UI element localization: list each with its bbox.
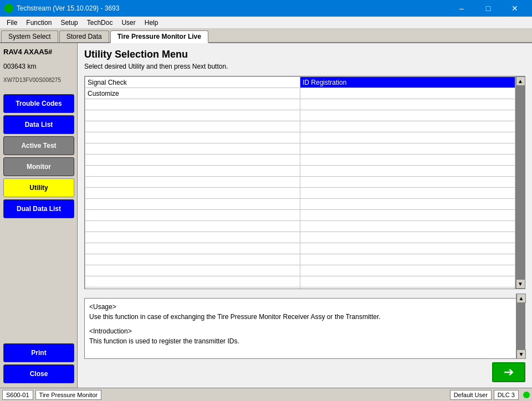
menu-user[interactable]: User bbox=[117, 18, 140, 28]
content-panel: Utility Selection Menu Select desired Ut… bbox=[78, 43, 532, 388]
active-test-button[interactable]: Active Test bbox=[3, 136, 74, 155]
menu-function[interactable]: Function bbox=[22, 18, 56, 28]
table-cell-right bbox=[300, 199, 515, 210]
table-cell-right bbox=[300, 143, 515, 155]
table-row[interactable] bbox=[85, 210, 515, 221]
table-row[interactable] bbox=[85, 110, 515, 121]
table-row[interactable] bbox=[85, 143, 515, 155]
table-cell-left bbox=[85, 276, 300, 287]
utility-subtitle: Select desired Utility and then press Ne… bbox=[84, 63, 525, 70]
table-row[interactable] bbox=[85, 121, 515, 132]
menu-file[interactable]: File bbox=[2, 18, 22, 28]
table-cell-left: Customize bbox=[85, 88, 300, 99]
table-cell-right bbox=[300, 177, 515, 188]
tab-system-select[interactable]: System Select bbox=[1, 30, 58, 42]
info-scrollbar[interactable]: ▲ ▼ bbox=[516, 294, 525, 359]
table-cell-left bbox=[85, 199, 300, 210]
table-row[interactable] bbox=[85, 199, 515, 210]
vehicle-vin: XW7D13FV00S008275 bbox=[3, 77, 74, 83]
table-cell-right bbox=[300, 287, 515, 289]
table-cell-right bbox=[300, 155, 515, 166]
info-usage-label: <Usage> bbox=[89, 302, 513, 312]
table-row[interactable] bbox=[85, 276, 515, 287]
dual-data-list-button[interactable]: Dual Data List bbox=[3, 199, 74, 218]
minimize-button[interactable]: – bbox=[449, 0, 474, 17]
table-cell-left bbox=[85, 132, 300, 143]
table-cell-left bbox=[85, 110, 300, 121]
info-intro-label: <Introduction> bbox=[89, 326, 513, 336]
table-row[interactable] bbox=[85, 265, 515, 276]
table-row[interactable] bbox=[85, 232, 515, 243]
table-row[interactable] bbox=[85, 243, 515, 254]
table-cell-left bbox=[85, 265, 300, 276]
utility-table-inner: Signal CheckID RegistrationCustomize bbox=[85, 76, 515, 289]
table-cell-left bbox=[85, 221, 300, 232]
info-intro-text: This function is used to register the tr… bbox=[89, 336, 513, 346]
menu-bar: File Function Setup TechDoc User Help bbox=[0, 17, 532, 29]
tab-tire-pressure-monitor-live[interactable]: Tire Pressure Monitor Live bbox=[110, 30, 208, 43]
table-cell-right bbox=[300, 166, 515, 177]
next-arrow-icon: ➔ bbox=[504, 365, 514, 379]
scroll-down-arrow[interactable]: ▼ bbox=[516, 279, 525, 289]
table-row[interactable] bbox=[85, 177, 515, 188]
table-cell-right bbox=[300, 88, 515, 99]
info-usage-text: Use this function in case of exchanging … bbox=[89, 312, 513, 322]
close-window-button[interactable]: ✕ bbox=[502, 0, 528, 17]
app-icon bbox=[4, 4, 13, 13]
utility-table: Signal CheckID RegistrationCustomize bbox=[85, 76, 515, 289]
table-cell-left bbox=[85, 287, 300, 289]
status-bar: S600-01 Tire Pressure Monitor Default Us… bbox=[0, 388, 532, 401]
table-cell-left bbox=[85, 121, 300, 132]
table-cell-left bbox=[85, 243, 300, 254]
table-row[interactable] bbox=[85, 188, 515, 199]
tab-stored-data[interactable]: Stored Data bbox=[59, 30, 109, 42]
table-cell-left bbox=[85, 210, 300, 221]
utility-button[interactable]: Utility bbox=[3, 178, 74, 197]
status-indicator bbox=[523, 392, 530, 398]
table-row[interactable] bbox=[85, 287, 515, 289]
table-row[interactable] bbox=[85, 155, 515, 166]
next-button[interactable]: ➔ bbox=[492, 362, 525, 382]
table-cell-right bbox=[300, 99, 515, 110]
table-cell-left bbox=[85, 188, 300, 199]
print-button[interactable]: Print bbox=[3, 343, 74, 362]
maximize-button[interactable]: □ bbox=[475, 0, 501, 17]
title-bar: Techstream (Ver 15.10.029) - 3693 – □ ✕ bbox=[0, 0, 532, 17]
table-row[interactable] bbox=[85, 99, 515, 110]
sidebar: RAV4 AXAA5# 003643 km XW7D13FV00S008275 … bbox=[0, 43, 78, 388]
table-cell-left bbox=[85, 166, 300, 177]
title-bar-text: Techstream (Ver 15.10.029) - 3693 bbox=[17, 4, 119, 12]
table-cell-right bbox=[300, 188, 515, 199]
table-row[interactable] bbox=[85, 254, 515, 265]
table-cell-right bbox=[300, 243, 515, 254]
table-row[interactable] bbox=[85, 132, 515, 143]
vehicle-model: RAV4 AXAA5# bbox=[3, 48, 74, 56]
vehicle-info: RAV4 AXAA5# 003643 km XW7D13FV00S008275 bbox=[3, 48, 74, 88]
menu-help[interactable]: Help bbox=[140, 18, 163, 28]
table-cell-right bbox=[300, 132, 515, 143]
table-cell-right bbox=[300, 254, 515, 265]
scroll-up-arrow[interactable]: ▲ bbox=[516, 76, 525, 86]
menu-techdoc[interactable]: TechDoc bbox=[83, 18, 117, 28]
table-row[interactable]: Signal CheckID Registration bbox=[85, 77, 515, 88]
info-scroll-down[interactable]: ▼ bbox=[516, 349, 526, 359]
info-box: <Usage> Use this function in case of exc… bbox=[84, 298, 525, 359]
table-row[interactable] bbox=[85, 221, 515, 232]
table-cell-right bbox=[300, 276, 515, 287]
table-row[interactable]: Customize bbox=[85, 88, 515, 99]
menu-setup[interactable]: Setup bbox=[56, 18, 82, 28]
table-cell-right bbox=[300, 210, 515, 221]
table-cell-right bbox=[300, 232, 515, 243]
table-scrollbar[interactable]: ▲ ▼ bbox=[515, 76, 525, 289]
table-cell-right bbox=[300, 121, 515, 132]
trouble-codes-button[interactable]: Trouble Codes bbox=[3, 94, 74, 113]
scroll-track bbox=[516, 86, 525, 279]
status-module: Tire Pressure Monitor bbox=[35, 390, 101, 400]
utility-title: Utility Selection Menu bbox=[84, 49, 525, 60]
table-row[interactable] bbox=[85, 166, 515, 177]
monitor-button[interactable]: Monitor bbox=[3, 157, 74, 176]
info-scroll-up[interactable]: ▲ bbox=[516, 294, 526, 303]
status-code: S600-01 bbox=[2, 390, 33, 400]
close-button[interactable]: Close bbox=[3, 364, 74, 383]
data-list-button[interactable]: Data List bbox=[3, 115, 74, 134]
